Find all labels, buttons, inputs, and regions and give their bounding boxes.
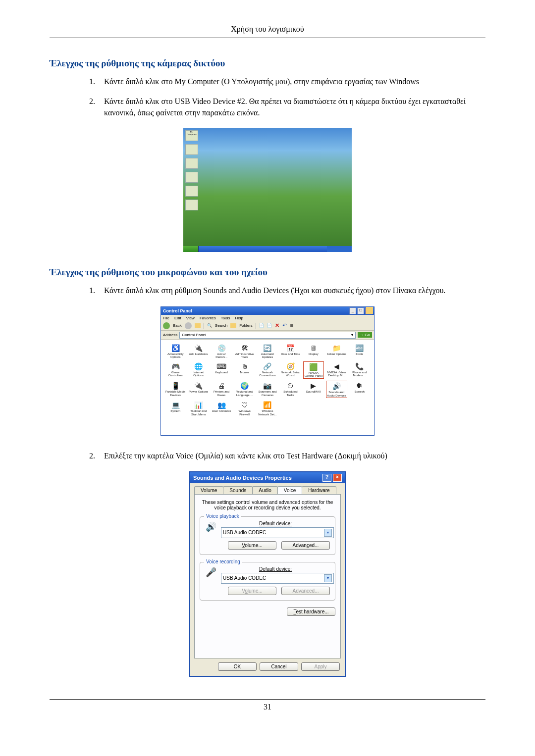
cp-item[interactable]: 🔌Add Hardware bbox=[188, 343, 209, 359]
cp-item[interactable]: 💻System bbox=[165, 400, 186, 416]
item-text: Κάντε διπλό κλικ στη ρύθμιση Sounds and … bbox=[104, 285, 445, 296]
microphone-icon: 🎤 bbox=[205, 566, 217, 578]
item-text: Κάντε διπλό κλικ στο USB Video Device #2… bbox=[104, 96, 485, 118]
cancel-button[interactable]: Cancel bbox=[260, 662, 298, 671]
apply-button[interactable]: Apply bbox=[301, 662, 340, 671]
playback-volume-button[interactable]: Volume... bbox=[228, 541, 276, 550]
menu-view[interactable]: View bbox=[186, 316, 195, 320]
move-icon[interactable]: 📄 bbox=[259, 323, 264, 328]
address-field[interactable]: Control Panel ▾ bbox=[179, 332, 356, 339]
playback-device-select[interactable]: USB Audio CODEC ▾ bbox=[221, 527, 334, 538]
cp-item-icon: 🧭 bbox=[285, 362, 295, 371]
cp-item[interactable]: 🔤Fonts bbox=[349, 343, 370, 359]
figure-control-panel: Control Panel _ □ × File Edit View Favor… bbox=[50, 306, 485, 436]
folders-icon[interactable] bbox=[230, 323, 236, 328]
cp-item[interactable]: ⌨Keyboard bbox=[211, 361, 232, 379]
cp-item[interactable]: 🗣Speech bbox=[349, 381, 370, 398]
copy-icon[interactable]: 📄 bbox=[267, 323, 272, 328]
tab-audio[interactable]: Audio bbox=[252, 486, 278, 494]
cp-item[interactable]: 👥User Accounts bbox=[211, 400, 232, 416]
cp-item-label: Internet Options bbox=[188, 371, 208, 377]
section-mic-speaker-title: Έλεγχος της ρύθμισης του μικροφώνου και … bbox=[50, 267, 485, 278]
address-label: Address bbox=[163, 333, 177, 337]
delete-icon[interactable]: ✕ bbox=[275, 322, 279, 329]
cp-item[interactable]: 🖨Printers and Faxes bbox=[211, 381, 232, 398]
cp-item-label: NVIDIA nView Desktop M... bbox=[326, 371, 346, 377]
running-header: Χρήση του λογισμικού bbox=[50, 25, 485, 38]
cp-item-label: Add Hardware bbox=[189, 353, 208, 356]
back-icon[interactable] bbox=[163, 322, 170, 329]
cp-item[interactable]: 📷Scanners and Cameras bbox=[257, 381, 278, 398]
playback-advanced-button[interactable]: Advanced... bbox=[281, 541, 330, 550]
tab-sounds[interactable]: Sounds bbox=[223, 486, 253, 494]
cp-item[interactable]: 📊Taskbar and Start Menu bbox=[188, 400, 209, 416]
views-icon[interactable]: ▦ bbox=[290, 323, 294, 328]
tab-volume[interactable]: Volume bbox=[194, 486, 223, 494]
cp-item-icon: 👥 bbox=[216, 401, 226, 409]
cp-item[interactable]: 📞Phone and Modem ... bbox=[349, 361, 370, 379]
menu-favorites[interactable]: Favorites bbox=[200, 316, 216, 320]
cp-item[interactable]: 📁Folder Options bbox=[326, 343, 347, 359]
recording-device-select[interactable]: USB Audio CODEC ▾ bbox=[221, 573, 334, 584]
cp-item[interactable]: ◀NVIDIA nView Desktop M... bbox=[326, 361, 347, 379]
cp-item[interactable]: 🔊Sounds and Audio Devices bbox=[326, 381, 347, 398]
cp-item-icon: 🔗 bbox=[263, 362, 272, 371]
address-value: Control Panel bbox=[182, 333, 206, 337]
cp-item[interactable]: 📅Date and Time bbox=[280, 343, 301, 359]
cp-item[interactable]: 🛡Windows Firewall bbox=[234, 400, 255, 416]
search-label[interactable]: Search bbox=[215, 323, 227, 328]
close-button[interactable]: × bbox=[333, 474, 342, 482]
chevron-down-icon[interactable]: ▾ bbox=[351, 333, 353, 337]
cp-item[interactable]: 🛠Administrative Tools bbox=[234, 343, 255, 359]
menu-edit[interactable]: Edit bbox=[174, 316, 181, 320]
tab-hardware[interactable]: Hardware bbox=[302, 486, 336, 494]
section-webcam-title: Έλεγχος της ρύθμισης της κάμερας δικτύου bbox=[50, 58, 485, 69]
cp-item[interactable]: 📶Wireless Network Set... bbox=[257, 400, 278, 416]
maximize-button[interactable]: □ bbox=[357, 307, 364, 314]
recording-advanced-button[interactable]: Advanced... bbox=[281, 587, 330, 595]
recording-volume-button[interactable]: Volume... bbox=[228, 587, 276, 595]
cp-item-label: Windows Firewall bbox=[234, 409, 254, 416]
dialog-buttons: OK Cancel Apply bbox=[190, 658, 345, 671]
cp-item[interactable]: ♿Accessibility Options bbox=[165, 343, 186, 359]
cp-item[interactable]: 🔄Automatic Updates bbox=[257, 343, 278, 359]
go-button[interactable]: → Go bbox=[358, 332, 372, 338]
cp-item[interactable]: 🖥Display bbox=[303, 343, 324, 359]
cp-item-icon: ◀ bbox=[331, 362, 341, 371]
cp-item[interactable]: ▶SoundMAX bbox=[303, 381, 324, 398]
chevron-down-icon[interactable]: ▾ bbox=[324, 529, 332, 537]
chevron-down-icon[interactable]: ▾ bbox=[324, 574, 332, 582]
cp-item-label: Phone and Modem ... bbox=[350, 371, 370, 377]
cp-item[interactable]: 🟩NVIDIA Control Panel bbox=[303, 361, 324, 379]
test-hardware-button[interactable]: Test hardware... bbox=[287, 607, 335, 616]
forward-icon[interactable] bbox=[185, 322, 192, 329]
back-label[interactable]: Back bbox=[173, 323, 182, 328]
menu-tools[interactable]: Tools bbox=[221, 316, 230, 320]
folders-label[interactable]: Folders bbox=[239, 323, 253, 328]
help-button[interactable]: ? bbox=[322, 474, 331, 482]
cp-item[interactable]: 🎮Game Controllers bbox=[165, 361, 186, 379]
undo-icon[interactable]: ↶ bbox=[282, 322, 287, 329]
cp-item[interactable]: 🔗Network Connections bbox=[257, 361, 278, 379]
ok-button[interactable]: OK bbox=[218, 662, 257, 671]
minimize-button[interactable]: _ bbox=[349, 307, 356, 314]
cp-item-icon: 🟩 bbox=[309, 362, 319, 371]
cp-item[interactable]: 🌍Regional and Language ... bbox=[234, 381, 255, 398]
cp-item[interactable]: 📱Portable Media Devices bbox=[165, 381, 186, 398]
cp-item[interactable]: 🖱Mouse bbox=[234, 361, 255, 379]
cp-item-label: Fonts bbox=[356, 353, 363, 356]
cp-item[interactable]: ⏲Scheduled Tasks bbox=[280, 381, 301, 398]
cp-item-label: Administrative Tools bbox=[234, 353, 254, 359]
cp-item[interactable]: 🧭Network Setup Wizard bbox=[280, 361, 301, 379]
tab-voice[interactable]: Voice bbox=[277, 486, 302, 494]
search-icon[interactable]: 🔍 bbox=[207, 323, 212, 328]
up-folder-icon[interactable] bbox=[195, 323, 201, 328]
cp-item-label: Add or Remov... bbox=[212, 353, 231, 359]
menu-help[interactable]: Help bbox=[235, 316, 243, 320]
cp-item-icon: 🖥 bbox=[309, 344, 319, 353]
cp-item[interactable]: 🌐Internet Options bbox=[188, 361, 209, 379]
cp-item-icon: 🔄 bbox=[263, 344, 272, 353]
cp-item[interactable]: 💿Add or Remov... bbox=[211, 343, 232, 359]
cp-item[interactable]: 🔌Power Options bbox=[188, 381, 209, 398]
menu-file[interactable]: File bbox=[163, 316, 169, 320]
